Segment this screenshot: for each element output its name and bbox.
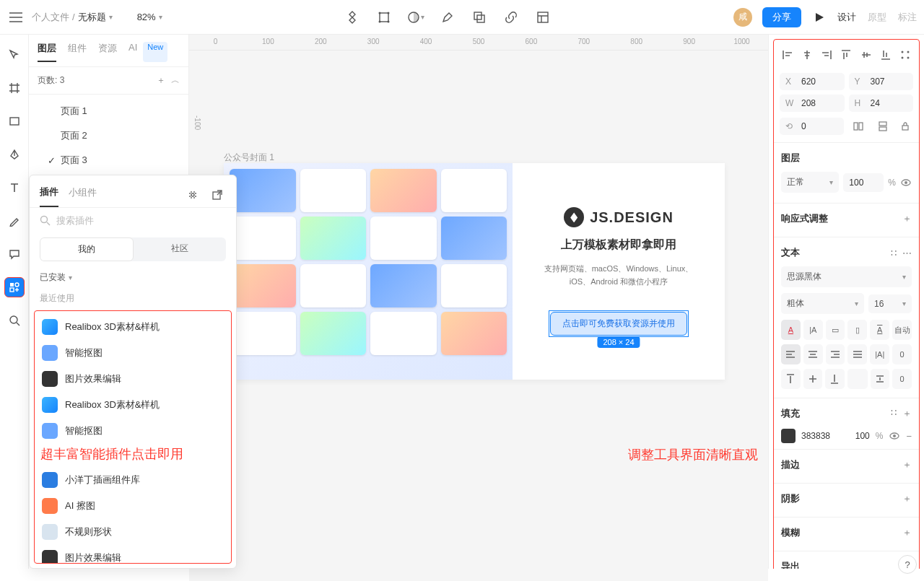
canvas[interactable]: 01002003004005006007008009001000 -100 公众…: [189, 35, 768, 581]
tab-assets[interactable]: 资源: [98, 42, 117, 62]
tab-design[interactable]: 设计: [837, 11, 856, 24]
align-right-text-icon[interactable]: [826, 344, 845, 364]
settings-icon[interactable]: [187, 189, 201, 204]
mask-icon[interactable]: ▾: [407, 9, 424, 26]
plugin-item[interactable]: 图片效果编辑: [35, 366, 231, 392]
lock-icon[interactable]: [897, 118, 913, 135]
installed-dropdown[interactable]: 已安装▾: [30, 266, 236, 289]
rotate-field[interactable]: ⟲0: [780, 118, 844, 135]
edit-icon[interactable]: [439, 9, 456, 26]
opacity-field[interactable]: 100: [843, 173, 884, 192]
tab-annotate[interactable]: 标注: [898, 11, 917, 24]
menu-icon[interactable]: [7, 9, 25, 26]
blend-select[interactable]: 正常▾: [781, 172, 839, 193]
align-center-text-icon[interactable]: [803, 344, 823, 364]
tab-plugins[interactable]: 插件: [40, 185, 58, 207]
plugin-item[interactable]: Realibox 3D素材&样机: [35, 392, 231, 418]
text-auto-h-icon[interactable]: ▯: [847, 320, 867, 340]
plugins-tool[interactable]: [4, 277, 25, 297]
more-icon[interactable]: ⋯: [902, 248, 912, 258]
letter-spacing-val[interactable]: 0: [892, 344, 912, 364]
tab-widgets[interactable]: 小组件: [69, 186, 97, 206]
help-button[interactable]: ?: [898, 555, 917, 574]
tab-components[interactable]: 组件: [68, 42, 87, 62]
add-icon[interactable]: ＋: [902, 492, 912, 505]
h-field[interactable]: H24: [849, 95, 914, 112]
add-icon[interactable]: ＋: [902, 212, 912, 225]
align-hcenter-icon[interactable]: [799, 47, 814, 63]
w-field[interactable]: W208: [780, 95, 845, 112]
page-item[interactable]: ✓页面 3: [29, 148, 188, 172]
rectangle-tool[interactable]: [4, 111, 25, 131]
align-justify-text-icon[interactable]: [847, 344, 867, 364]
plugin-item[interactable]: 小洋丁插画组件库: [35, 467, 231, 493]
text-color-icon[interactable]: A: [781, 320, 801, 340]
pencil-tool[interactable]: [4, 211, 25, 231]
text-tool[interactable]: [4, 178, 25, 198]
add-icon[interactable]: ＋: [902, 526, 912, 539]
search-input[interactable]: [56, 215, 226, 226]
text-auto-w-icon[interactable]: ▭: [826, 320, 845, 340]
frame-tool[interactable]: [4, 78, 25, 98]
seg-community[interactable]: 社区: [134, 237, 226, 261]
share-button[interactable]: 分享: [762, 7, 801, 27]
collapse-icon[interactable]: ︿: [171, 74, 180, 87]
avatar[interactable]: 咸: [733, 8, 752, 27]
add-icon[interactable]: ＋: [902, 458, 912, 471]
distribute-icon[interactable]: [898, 47, 913, 63]
align-left-icon[interactable]: [780, 47, 795, 63]
align-left-text-icon[interactable]: [781, 344, 801, 364]
letter-spacing-icon[interactable]: |A|: [870, 344, 889, 364]
link-icon[interactable]: [502, 9, 520, 26]
flip-v-icon[interactable]: [873, 118, 893, 135]
fill-swatch[interactable]: [781, 429, 796, 443]
add-page-icon[interactable]: ＋: [157, 74, 165, 87]
font-select[interactable]: 思源黑体▾: [781, 266, 912, 287]
align-bottom-icon[interactable]: [878, 47, 893, 63]
tab-layers[interactable]: 图层: [38, 42, 56, 62]
plugin-item[interactable]: AI 擦图: [35, 493, 231, 519]
frame-icon[interactable]: [375, 9, 393, 26]
text-case-icon[interactable]: |A: [803, 320, 823, 340]
fill-hex[interactable]: 383838: [801, 431, 850, 441]
eye-icon[interactable]: [889, 430, 900, 442]
cta-button[interactable]: 点击即可免费获取资源并使用: [550, 312, 687, 336]
pages-header[interactable]: 页数: 3 ＋︿: [29, 66, 188, 95]
weight-select[interactable]: 粗体▾: [781, 293, 864, 314]
x-field[interactable]: X620: [780, 73, 845, 90]
seg-mine[interactable]: 我的: [40, 237, 134, 261]
align-vcenter-icon[interactable]: [858, 47, 873, 63]
valign-mid-icon[interactable]: [803, 369, 823, 389]
artboard[interactable]: JS.DESIGN 上万模板素材即拿即用 支持网页端、macOS、Windows…: [224, 163, 725, 380]
pen-tool[interactable]: [4, 144, 25, 165]
component-icon[interactable]: [344, 9, 361, 26]
fontsize-select[interactable]: 16▾: [868, 294, 912, 313]
boolean-icon[interactable]: [471, 9, 488, 26]
remove-icon[interactable]: −: [906, 431, 912, 442]
tab-prototype[interactable]: 原型: [868, 11, 886, 24]
add-icon[interactable]: ＋: [902, 407, 912, 420]
eye-icon[interactable]: [900, 177, 912, 188]
page-item[interactable]: 页面 1: [29, 99, 188, 123]
line-height-icon[interactable]: A: [870, 320, 889, 340]
plugin-item[interactable]: 图片效果编辑: [35, 545, 231, 564]
line-height-val[interactable]: 0: [892, 369, 912, 389]
layout-icon[interactable]: [534, 9, 552, 26]
paragraph-spacing-icon[interactable]: [871, 369, 890, 389]
zoom-control[interactable]: 82% ▾: [137, 12, 162, 22]
plugin-item[interactable]: 智能抠图: [35, 418, 231, 444]
y-field[interactable]: Y307: [849, 73, 914, 90]
comment-tool[interactable]: [4, 244, 25, 264]
plugin-item[interactable]: Realibox 3D素材&样机: [35, 314, 231, 340]
popout-icon[interactable]: [212, 189, 226, 204]
fill-style-icon[interactable]: ∷: [891, 407, 897, 420]
cursor-tool[interactable]: [4, 45, 25, 65]
tab-ai[interactable]: AI: [128, 42, 137, 62]
plugin-item[interactable]: 智能抠图: [35, 340, 231, 366]
page-item[interactable]: 页面 2: [29, 123, 188, 148]
valign-top-icon[interactable]: [781, 369, 801, 389]
text-auto[interactable]: 自动: [892, 320, 912, 340]
align-right-icon[interactable]: [819, 47, 834, 63]
align-top-icon[interactable]: [839, 47, 854, 63]
plugin-item[interactable]: 不规则形状: [35, 519, 231, 545]
